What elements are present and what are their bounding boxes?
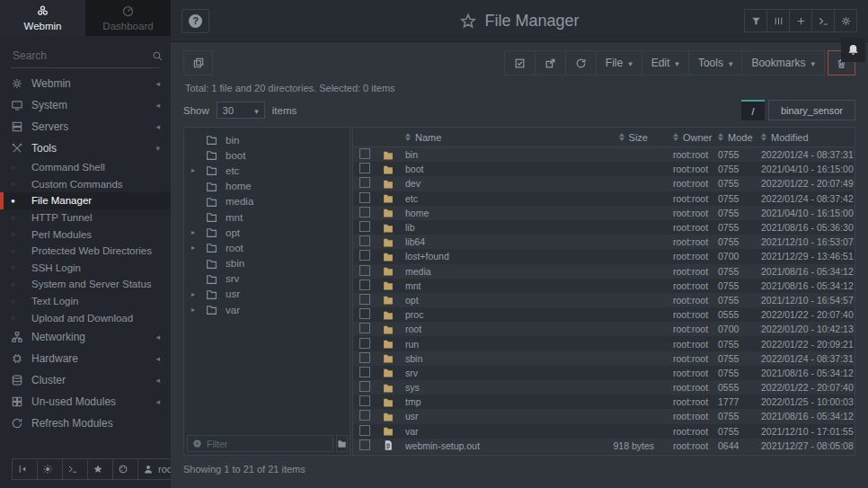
sidebar-menu-item[interactable]: Perl Modules [0,226,171,243]
row-checkbox[interactable] [359,395,370,406]
sidebar-menu-item[interactable]: System [0,94,171,116]
sidebar-menu-item[interactable]: Servers [0,116,171,138]
tree-item[interactable]: var [184,302,350,317]
table-row[interactable]: proc root:root 0555 2022/01/22 - 20:07:4… [353,307,855,322]
file-name[interactable]: usr [405,411,581,421]
file-name[interactable]: etc [405,193,581,204]
sidebar-menu-item[interactable]: Webmin [0,73,171,94]
table-row[interactable]: lost+found root:root 0700 2021/12/29 - 1… [353,249,855,263]
toolbar-menu-button[interactable]: Bookmarks [741,50,825,75]
copy-path-button[interactable] [183,50,213,75]
sidebar-menu-item[interactable]: Networking [0,326,171,348]
table-row[interactable]: srv root:root 0755 2021/08/16 - 05:34:12 [353,366,855,380]
sidebar-menu-item[interactable]: HTTP Tunnel [0,209,171,226]
row-checkbox[interactable] [359,425,370,436]
sidebar-menu-item[interactable]: Upload and Download [0,309,171,326]
caret-right-icon[interactable] [191,306,203,314]
tree-item[interactable]: boot [184,147,350,163]
row-checkbox[interactable] [359,323,370,333]
tree-item[interactable]: mnt [184,209,350,225]
sidebar-footer-button[interactable] [87,458,113,480]
row-checkbox[interactable] [359,221,370,232]
tree-item[interactable]: opt [184,225,350,240]
table-row[interactable]: bin root:root 0755 2022/01/24 - 08:37:31 [353,147,855,162]
search-input[interactable] [13,49,152,62]
caret-right-icon[interactable] [191,244,203,252]
goto-directory-button[interactable] [336,435,348,452]
sidebar-footer-button[interactable] [12,458,38,480]
per-page-select[interactable]: 30 [217,102,265,119]
file-name[interactable]: bin [405,149,581,160]
table-row[interactable]: sbin root:root 0755 2022/01/24 - 08:37:3… [353,351,855,366]
tree-item[interactable]: sbin [184,256,350,271]
table-row[interactable]: boot root:root 0755 2021/04/10 - 16:15:0… [353,162,855,176]
row-checkbox[interactable] [359,192,370,203]
table-row[interactable]: webmin-setup.out 918 bytes root:root 064… [353,439,855,453]
topbar-button[interactable] [766,9,790,32]
file-name[interactable]: tmp [405,396,581,407]
file-name[interactable]: sys [405,382,581,393]
file-name[interactable]: home [405,208,581,218]
row-checkbox[interactable] [359,410,370,421]
sidebar-menu-item[interactable]: Protected Web Directories [0,243,171,260]
tree-filter-input[interactable] [207,439,328,449]
tree-item[interactable]: usr [184,287,350,302]
table-row[interactable]: lib root:root 0755 2021/08/16 - 05:36:30 [353,220,855,235]
breadcrumb-root[interactable]: / [741,100,765,120]
file-name[interactable]: run [405,339,581,350]
sidebar-menu-item[interactable]: Custom Commands [0,176,171,193]
caret-right-icon[interactable] [191,166,203,174]
tree-item[interactable]: bin [184,132,350,147]
file-name[interactable]: boot [405,164,581,174]
tab-webmin[interactable]: Webmin [0,0,85,36]
sidebar-menu-item[interactable]: SSH Login [0,260,171,277]
topbar-button[interactable] [744,9,767,32]
sidebar-menu-item[interactable]: Cluster [0,369,171,391]
file-name[interactable]: proc [405,309,581,320]
toolbar-icon-button[interactable] [565,50,597,75]
file-name[interactable]: mnt [405,280,581,291]
table-row[interactable]: home root:root 0755 2021/04/10 - 16:15:0… [353,206,855,220]
table-row[interactable]: lib64 root:root 0755 2021/12/10 - 16:53:… [353,235,855,249]
row-checkbox[interactable] [359,177,370,188]
row-checkbox[interactable] [359,381,370,392]
file-name[interactable]: media [405,266,581,277]
toolbar-menu-button[interactable]: File [596,50,642,75]
file-name[interactable]: root [405,324,581,334]
row-checkbox[interactable] [359,439,370,450]
table-row[interactable]: var root:root 0755 2021/12/10 - 17:01:55 [353,424,855,439]
row-checkbox[interactable] [359,265,370,276]
tree-item[interactable]: media [184,194,350,209]
file-name[interactable]: lib [405,222,581,233]
breadcrumb-segment[interactable]: binary_sensor [768,100,855,120]
row-checkbox[interactable] [359,279,370,290]
topbar-button[interactable] [789,9,812,32]
search-icon[interactable] [152,50,164,62]
row-checkbox[interactable] [359,308,370,319]
tree-item[interactable]: etc [184,163,350,178]
table-row[interactable]: media root:root 0755 2021/08/16 - 05:34:… [353,264,855,279]
caret-right-icon[interactable] [191,290,203,298]
row-checkbox[interactable] [359,163,370,173]
table-row[interactable]: opt root:root 0755 2021/12/10 - 16:54:57 [353,293,855,307]
row-checkbox[interactable] [359,235,370,246]
table-row[interactable]: dev root:root 0755 2022/01/22 - 20:07:49 [353,176,855,191]
table-row[interactable]: etc root:root 0755 2022/01/24 - 08:37:42 [353,191,855,206]
file-name[interactable]: sbin [405,353,581,364]
row-checkbox[interactable] [359,207,370,217]
row-checkbox[interactable] [359,148,370,159]
file-name[interactable]: lib64 [405,236,581,247]
tree-item[interactable]: home [184,179,350,194]
tree-item[interactable]: srv [184,271,350,287]
sidebar-footer-button[interactable] [37,458,63,480]
column-header-modified[interactable]: Modified [756,132,855,143]
help-button[interactable]: ? [182,9,209,33]
table-row[interactable]: tmp root:root 1777 2022/01/25 - 10:00:03 [353,395,855,409]
table-row[interactable]: root root:root 0700 2022/01/20 - 10:42:1… [353,322,855,336]
column-header-name[interactable]: Name [405,132,581,143]
sidebar-footer-button[interactable] [112,458,138,480]
file-name[interactable]: dev [405,178,581,189]
caret-right-icon[interactable] [191,228,203,236]
column-header-mode[interactable]: Mode [711,132,756,143]
file-name[interactable]: webmin-setup.out [405,440,581,451]
